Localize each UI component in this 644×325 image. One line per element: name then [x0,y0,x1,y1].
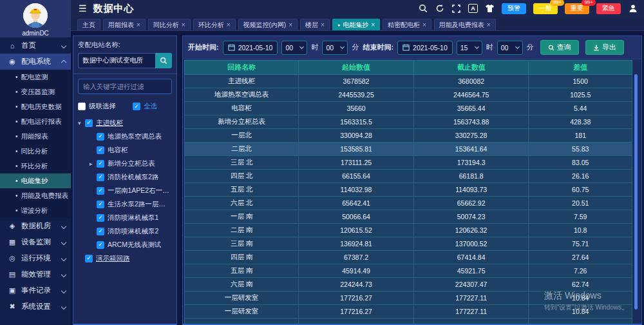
start-minute-select[interactable]: 00 [322,41,348,55]
tree-node[interactable]: ✓消防栓机械泵2路 [78,170,172,184]
table-row[interactable]: 电容柜3566035665.445.44 [185,102,632,115]
close-icon[interactable]: × [371,21,375,28]
close-icon[interactable]: × [422,21,426,28]
sidebar-item-energy-report[interactable]: •用能报表 [0,129,71,144]
node-checkbox[interactable]: ✓ [97,241,104,249]
start-date-picker[interactable]: 2021-05-10 [223,41,278,55]
tab-precision-cabinet[interactable]: 精密配电柜× [383,19,431,30]
fullscreen-icon[interactable] [451,4,461,14]
font-size-icon[interactable]: A [468,4,478,13]
node-checkbox[interactable]: ✓ [97,160,104,168]
tab-yoy-analysis[interactable]: 同比分析× [148,19,191,30]
table-row[interactable]: 地源热泵空调总表2445539.252446564.751025.5 [185,88,632,102]
sidebar-item-home[interactable]: ⌂ 首页 [0,37,71,54]
tree-node[interactable]: ✓消防喷淋机械泵2 [78,224,172,238]
tree-node[interactable]: ✓生活水泵2路一层弱电房 [78,197,172,211]
theme-shirt-icon[interactable] [485,4,495,14]
close-icon[interactable]: × [137,21,140,28]
tree-node[interactable]: ✓地源热泵空调总表 [78,130,172,143]
end-date-picker[interactable]: 2021-05-10 [397,41,453,55]
tree-node[interactable]: ✓电容柜 [78,143,172,157]
table-row[interactable]: 一层北330094.28330275.28181 [185,129,632,143]
node-checkbox[interactable]: ✓ [85,119,93,127]
tab-home[interactable]: 主页 [77,19,100,30]
export-button[interactable]: 导出 [585,40,624,55]
node-checkbox[interactable]: ✓ [97,187,104,195]
table-row[interactable]: 四层 北66155.6466181.826.16 [185,170,632,183]
table-row-highlighted[interactable]: 二层北153585.81153641.6455.83 [185,143,632,156]
table-row[interactable]: 主进线柜367858236800821500 [185,75,632,88]
station-input[interactable] [78,53,155,68]
close-icon[interactable]: × [182,21,185,28]
cascade-checkbox[interactable] [78,103,86,110]
sidebar-item-yoy-analysis[interactable]: •同比分析 [0,144,71,159]
node-checkbox[interactable]: ✓ [97,228,104,235]
station-search-button[interactable] [155,53,172,68]
sidebar-item-harmonic-analysis[interactable]: •谐波分析 [0,203,71,218]
sidebar-item-mom-analysis[interactable]: •环比分析 [0,159,71,173]
tab-meter-reading[interactable]: ●电能集抄× [332,19,380,30]
sidebar-item-power-system[interactable]: ◉ 配电系统 [0,54,71,70]
node-checkbox[interactable]: ✓ [97,173,104,181]
tree-node[interactable]: ✓一层南1APE2右一层北1APE1左 [78,184,172,197]
warning-button[interactable]: 预警 [502,3,526,14]
query-button[interactable]: 查询 [540,40,579,55]
tree-node[interactable]: ✓消防喷淋机械泵1 [78,211,172,224]
table-row[interactable]: 三层 南136924.81137000.5275.71 [185,237,632,251]
end-minute-select[interactable]: 00 [497,41,523,55]
hamburger-icon[interactable]: ☰ [79,3,87,14]
sidebar-item-data-room[interactable]: ◈ 数据机房 [0,218,71,234]
user-block[interactable]: adminDC [0,0,71,37]
tab-video-monitor[interactable]: 视频监控(内网)× [238,19,298,30]
tree-node[interactable]: ▾✓主进线柜 [78,116,172,130]
node-checkbox[interactable]: ✓ [97,214,104,222]
general-alert-button[interactable]: 一般 99+ [533,3,558,14]
sidebar-item-power-run-report[interactable]: •配电运行报表 [0,114,71,129]
close-icon[interactable]: × [321,21,325,28]
close-icon[interactable]: × [227,21,231,28]
table-row[interactable]: 三层 北173111.25173194.383.05 [185,156,632,170]
table-row[interactable]: 五层 北114032.98114093.7360.75 [185,183,632,197]
tree-node[interactable]: ✓演示箱回路 [78,251,172,265]
node-checkbox[interactable]: ✓ [97,133,104,141]
table-row[interactable]: 一层研发室177216.27177227.1110.84 [185,305,632,319]
user-icon[interactable] [628,4,638,14]
sidebar-item-device-monitor[interactable]: ▦ 设备监测 [0,234,71,250]
refresh-icon[interactable] [435,4,444,14]
close-icon[interactable]: × [289,21,292,28]
sidebar-item-transformer-monitor[interactable]: •变压器监测 [0,84,71,99]
table-row[interactable]: 一层研发室177216.27177227.1110.84 [185,291,632,305]
table-row-partial[interactable] [185,319,632,324]
node-checkbox[interactable]: ✓ [97,201,104,208]
tree-node[interactable]: ✓ARCM无线表测试 [78,238,172,251]
start-hour-select[interactable]: 00 [281,41,307,55]
sidebar-item-environment[interactable]: ◎ 运行环境 [0,250,71,266]
sidebar-item-system-settings[interactable]: ✖ 系统设置 [0,299,71,315]
table-scrollbar[interactable] [634,74,638,310]
table-row[interactable]: 新增分立柜总表1563315.51563743.88428.38 [185,115,632,129]
tab-energy-fee-report[interactable]: 用能及电费报表× [434,19,496,30]
tree-expander-icon[interactable]: ▾ [78,120,85,126]
sidebar-item-meter-reading[interactable]: •电能集抄 [0,173,71,188]
sidebar-item-power-monitor[interactable]: •配电监测 [0,70,71,84]
sidebar-item-energy-fee-report[interactable]: •用能及电费报表 [0,188,71,203]
sidebar-item-event-log[interactable]: ▣ 事件记录 [0,282,71,299]
table-row[interactable]: 四层 南67387.267414.8427.64 [185,251,632,264]
urgent-alert-button[interactable]: 紧急 [596,3,621,14]
tree-node[interactable]: ▸✓新增分立柜总表 [78,157,172,170]
tree-expander-icon[interactable]: ▸ [90,161,97,167]
end-hour-select[interactable]: 15 [457,41,482,55]
table-row[interactable]: 六层 北65642.4165662.9220.51 [185,197,632,210]
tab-floor[interactable]: 楼层× [300,19,330,30]
close-icon[interactable]: × [487,21,491,28]
table-row[interactable]: 六层 南224244.73224307.4762.74 [185,278,632,291]
important-alert-button[interactable]: 重要 99+ [565,3,589,14]
sidebar-item-power-history[interactable]: •配电历史数据 [0,99,71,114]
table-row[interactable]: 二层 南120615.52120626.3210.8 [185,224,632,237]
table-row[interactable]: 五层 南45914.4945921.757.26 [185,264,632,278]
tab-mom-analysis[interactable]: 环比分析× [193,19,236,30]
node-checkbox[interactable]: ✓ [97,146,104,154]
search-icon[interactable] [418,4,428,14]
sidebar-item-energy-efficiency[interactable]: ▤ 能效管理 [0,266,71,282]
tab-energy-report[interactable]: 用能报表× [103,19,146,30]
